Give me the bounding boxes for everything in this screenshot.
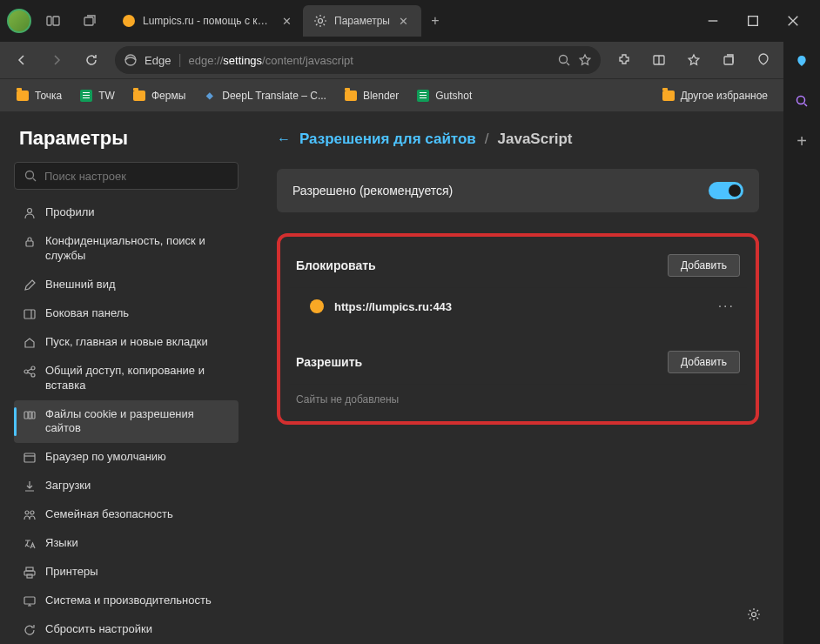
edge-icon xyxy=(124,53,138,67)
svg-rect-23 xyxy=(24,453,35,462)
nav-start[interactable]: Пуск, главная и новые вкладки xyxy=(14,328,239,357)
svg-point-34 xyxy=(752,613,756,617)
nav-share[interactable]: Общий доступ, копирование и вставка xyxy=(14,357,239,400)
svg-rect-22 xyxy=(32,412,35,419)
nav-languages[interactable]: Языки xyxy=(14,529,239,558)
svg-rect-28 xyxy=(27,574,32,578)
share-icon xyxy=(23,365,37,379)
favorites-icon[interactable] xyxy=(679,45,709,75)
new-tab-button[interactable]: + xyxy=(421,7,449,35)
bookmarks-bar: Точка TW Фермы ◆DeepL Translate – C... B… xyxy=(0,78,783,111)
bookmark-gutshot[interactable]: Gutshot xyxy=(409,85,479,106)
deepl-icon: ◆ xyxy=(203,89,217,103)
allow-add-button[interactable]: Добавить xyxy=(668,351,740,373)
tab-title: Параметры xyxy=(334,15,390,27)
search-icon[interactable] xyxy=(557,53,571,67)
bookmark-deepl[interactable]: ◆DeepL Translate – C... xyxy=(196,85,333,106)
titlebar: Lumpics.ru - помощь с компьют ✕ Параметр… xyxy=(0,0,820,42)
highlight-box: Блокировать Добавить https://lumpics.ru:… xyxy=(277,233,759,425)
svg-point-5 xyxy=(125,55,136,65)
refresh-button[interactable] xyxy=(77,45,106,75)
sheets-icon xyxy=(417,90,429,102)
tab-actions-icon[interactable] xyxy=(75,6,104,36)
allowed-toggle[interactable] xyxy=(709,182,743,199)
bookmark-other[interactable]: Другое избранное xyxy=(655,85,775,106)
workspaces-icon[interactable] xyxy=(38,6,68,36)
url-text: edge://settings/content/javascript xyxy=(189,54,550,67)
breadcrumb-back-icon[interactable]: ← xyxy=(277,131,291,147)
profile-icon xyxy=(23,206,37,220)
nav-printers[interactable]: Принтеры xyxy=(14,558,239,587)
back-button[interactable] xyxy=(7,45,37,75)
nav-profiles[interactable]: Профили xyxy=(14,198,239,227)
sheets-icon xyxy=(80,90,92,102)
block-section: Блокировать Добавить https://lumpics.ru:… xyxy=(289,244,747,325)
browser-essentials-icon[interactable] xyxy=(749,45,778,75)
close-icon[interactable]: ✕ xyxy=(397,14,411,28)
svg-rect-0 xyxy=(47,17,51,25)
svg-point-3 xyxy=(319,19,323,23)
sidebar-title: Параметры xyxy=(14,127,239,150)
nav-privacy[interactable]: Конфиденциальность, поиск и службы xyxy=(14,227,239,271)
svg-rect-8 xyxy=(724,57,733,64)
sidebar-strip: + xyxy=(783,42,820,644)
allowed-label: Разрешено (рекомендуется) xyxy=(292,184,453,198)
protocol-label: Edge xyxy=(145,54,171,67)
site-more-button[interactable]: ··· xyxy=(713,299,740,314)
sidebar-add-icon[interactable]: + xyxy=(790,129,814,153)
content-area: Параметры Профили Конфиденциальность, по… xyxy=(0,111,783,644)
nav-list: Профили Конфиденциальность, поиск и служ… xyxy=(14,198,239,644)
forward-button[interactable] xyxy=(42,45,71,75)
maximize-button[interactable] xyxy=(733,3,773,38)
bookmark-tochka[interactable]: Точка xyxy=(9,85,69,106)
sidebar-search-icon[interactable] xyxy=(790,89,814,113)
page-settings-icon[interactable] xyxy=(740,600,768,628)
toolbar: Edge | edge://settings/content/javascrip… xyxy=(0,42,820,78)
bookmark-tw[interactable]: TW xyxy=(72,85,122,106)
nav-default-browser[interactable]: Браузер по умолчанию xyxy=(14,443,239,472)
extensions-icon[interactable] xyxy=(609,45,639,75)
nav-family[interactable]: Семейная безопасность xyxy=(14,500,239,529)
breadcrumb-link[interactable]: Разрешения для сайтов xyxy=(299,131,476,148)
svg-rect-20 xyxy=(24,412,28,419)
split-screen-icon[interactable] xyxy=(644,45,674,75)
reset-icon xyxy=(23,623,37,637)
search-input[interactable] xyxy=(44,170,229,183)
allowed-row: Разрешено (рекомендуется) xyxy=(277,169,759,212)
home-icon xyxy=(23,336,37,350)
folder-icon xyxy=(345,91,357,101)
bookmark-blender[interactable]: Blender xyxy=(337,85,406,106)
nav-sidebar[interactable]: Боковая панель xyxy=(14,299,239,328)
svg-point-24 xyxy=(25,511,29,514)
tab-settings[interactable]: Параметры ✕ xyxy=(303,5,421,37)
block-title: Блокировать xyxy=(296,258,376,272)
bookmark-fermy[interactable]: Фермы xyxy=(125,85,192,106)
svg-point-6 xyxy=(560,56,568,64)
svg-point-18 xyxy=(31,366,35,370)
breadcrumb-current: JavaScript xyxy=(498,131,573,148)
nav-downloads[interactable]: Загрузки xyxy=(14,472,239,500)
block-add-button[interactable]: Добавить xyxy=(668,254,740,277)
minimize-button[interactable] xyxy=(693,3,733,38)
address-bar[interactable]: Edge | edge://settings/content/javascrip… xyxy=(115,46,601,74)
svg-rect-15 xyxy=(26,241,33,246)
svg-point-25 xyxy=(30,511,34,514)
collections-icon[interactable] xyxy=(714,45,743,75)
nav-system[interactable]: Система и производительность xyxy=(14,587,239,615)
nav-appearance[interactable]: Внешний вид xyxy=(14,271,239,299)
allow-empty: Сайты не добавлены xyxy=(289,384,747,409)
lumpics-favicon-icon xyxy=(310,299,324,313)
tab-lumpics[interactable]: Lumpics.ru - помощь с компьют ✕ xyxy=(111,5,303,37)
profile-avatar[interactable] xyxy=(7,9,31,33)
monitor-icon xyxy=(23,594,37,608)
brush-icon xyxy=(23,278,37,292)
settings-search[interactable] xyxy=(14,162,239,190)
copilot-icon[interactable] xyxy=(790,49,814,73)
nav-cookies[interactable]: Файлы cookie и разрешения сайтов xyxy=(14,400,239,444)
nav-reset[interactable]: Сбросить настройки xyxy=(14,615,239,644)
close-icon[interactable]: ✕ xyxy=(280,14,292,28)
favorite-icon[interactable] xyxy=(578,53,592,67)
svg-rect-4 xyxy=(749,17,758,26)
close-window-button[interactable] xyxy=(773,3,813,38)
settings-sidebar: Параметры Профили Конфиденциальность, по… xyxy=(0,111,252,644)
